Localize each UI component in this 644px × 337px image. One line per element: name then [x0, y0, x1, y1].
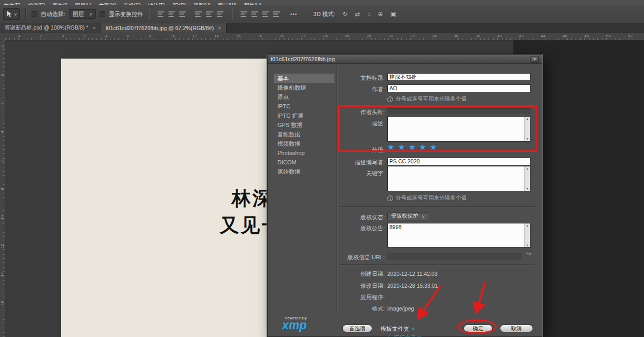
dialog-nav-item[interactable]: IPTC — [274, 102, 334, 111]
dialog-nav-item[interactable]: 摄像机数据 — [274, 83, 334, 92]
info-icon: i — [387, 96, 393, 102]
layer-target-select[interactable]: 图层 ∨ — [69, 9, 96, 19]
align-top-icon[interactable] — [195, 11, 202, 17]
ruler-number: 16 — [0, 301, 5, 306]
scrollbar[interactable]: ▲▼ — [524, 223, 530, 247]
doc-title-label: 文档标题: — [329, 75, 385, 81]
copyright-status-value: 受版权保护 — [391, 213, 418, 220]
document-tab-bar: 答谢新品标.psd @ 100%(RGB/8) *×t01c61cd207f76… — [0, 23, 644, 33]
description-field[interactable]: ▲▼ — [387, 116, 530, 142]
rating-label: 分级: — [329, 147, 385, 153]
3d-mode-icon[interactable]: ↻ — [342, 10, 347, 18]
dialog-title-bar[interactable]: t01c61cd207f7626fbb.jpg × — [268, 55, 542, 64]
author-field[interactable]: AO — [387, 85, 530, 92]
ruler-number: 18 — [258, 34, 262, 38]
distribute-icon[interactable] — [241, 11, 247, 17]
scroll-down-icon[interactable]: ▼ — [526, 244, 528, 247]
document-tab[interactable]: t01c61cd207f7626fbb.jpg @ 67.2%(RGB/8#)× — [101, 23, 227, 33]
scroll-down-icon[interactable]: ▼ — [526, 137, 528, 141]
dialog-nav-item[interactable]: 视频数据 — [274, 139, 334, 148]
align-right-icon[interactable] — [179, 11, 186, 17]
document-tab[interactable]: 答谢新品标.psd @ 100%(RGB/8) *× — [0, 23, 101, 33]
ruler-number: 48 — [584, 34, 589, 38]
ruler-number: 28 — [367, 34, 371, 38]
modified-date-value: 2020-12-28 15:33:01 — [387, 283, 438, 289]
writer-field[interactable]: PS CC 2020 — [387, 158, 530, 165]
ruler-number: 2 — [83, 34, 86, 38]
distribute-icon[interactable] — [251, 11, 258, 17]
copyright-status-label: 版权状态: — [329, 214, 385, 220]
ruler-number: 38 — [475, 34, 480, 38]
close-icon[interactable]: × — [530, 56, 539, 63]
dialog-nav-item[interactable]: 基本 — [274, 74, 334, 83]
show-transform-checkbox[interactable] — [100, 11, 105, 17]
horizontal-ruler[interactable]: 4202468101214161820222426283032343638404… — [5, 33, 644, 40]
author-title-field[interactable] — [387, 108, 530, 115]
ok-button[interactable]: 确定 — [464, 325, 493, 332]
ruler-number: 8 — [0, 187, 5, 192]
copyright-status-dropdown[interactable]: 受版权保护 ∨ — [387, 212, 428, 220]
ruler-number: 0 — [0, 73, 5, 78]
dialog-nav-item[interactable]: GPS 数据 — [274, 120, 334, 130]
distribute-icon[interactable] — [262, 11, 269, 17]
scroll-down-icon[interactable]: ▼ — [526, 187, 528, 190]
dialog-nav-item[interactable]: 音频数据 — [274, 130, 334, 139]
3d-mode-icon[interactable]: ⇄ — [355, 10, 360, 18]
align-middle-icon[interactable] — [206, 11, 213, 17]
align-left-icon[interactable] — [158, 11, 164, 17]
go-to-url-icon[interactable]: ↪ — [526, 250, 531, 258]
ruler-number: 30 — [388, 34, 393, 38]
ruler-number: 50 — [606, 34, 611, 38]
template-folder-button[interactable]: 模板文件夹 ∨ — [381, 325, 415, 333]
copyright-notice-field[interactable]: 8998 ▲▼ — [387, 223, 530, 248]
ruler-corner — [0, 33, 5, 40]
check-icon: ✓ — [386, 334, 390, 337]
ruler-number: 2 — [0, 44, 5, 49]
close-icon[interactable]: × — [218, 25, 221, 31]
template-folder-menu-item[interactable]: ✓ 模板文件夹 — [386, 334, 422, 337]
copyright-url-field[interactable] — [387, 254, 522, 260]
ruler-number: 12 — [0, 244, 5, 249]
scroll-up-icon[interactable]: ▲ — [526, 224, 528, 227]
3d-mode-icon[interactable]: ↕ — [368, 10, 371, 18]
scrollbar[interactable]: ▲▼ — [524, 117, 530, 141]
doc-title-field[interactable]: 林深不知处 — [387, 73, 530, 81]
ruler-number: 20 — [279, 34, 284, 38]
keywords-field[interactable]: ▲▼ — [387, 166, 530, 191]
more-options-button[interactable]: ••• — [290, 11, 298, 17]
scrollbar[interactable]: ▲▼ — [524, 166, 530, 191]
ruler-number: 22 — [301, 34, 306, 38]
dialog-nav-item[interactable]: IPTC 扩展 — [274, 111, 334, 120]
format-value: image/jpeg — [387, 305, 414, 312]
ruler-number: 32 — [410, 34, 415, 38]
auto-select-checkbox[interactable] — [32, 11, 37, 17]
distribute-icon[interactable] — [273, 11, 280, 17]
chevron-down-icon: ∨ — [14, 12, 17, 17]
close-icon[interactable]: × — [92, 25, 95, 31]
align-center-icon[interactable] — [169, 11, 175, 17]
3d-mode-icon[interactable]: ▣ — [390, 10, 396, 18]
ruler-number: 12 — [192, 34, 197, 38]
dialog-nav-item[interactable]: 原始数据 — [274, 167, 334, 176]
chevron-down-icon: ∨ — [89, 12, 92, 17]
dialog-nav-item[interactable]: 原点 — [274, 92, 334, 102]
3d-mode-icon[interactable]: ⊕ — [378, 10, 383, 18]
scroll-up-icon[interactable]: ▲ — [526, 167, 528, 170]
info-icon: i — [387, 195, 393, 201]
ruler-number: 26 — [345, 34, 349, 38]
chevron-down-icon: ∨ — [412, 327, 415, 331]
tab-label: t01c61cd207f7626fbb.jpg @ 67.2%(RGB/8#) — [106, 25, 214, 31]
copyright-notice-value: 8998 — [389, 224, 523, 230]
dialog-nav-item[interactable]: DICOM — [274, 158, 334, 167]
vertical-ruler[interactable]: 20246810121416 — [0, 40, 5, 337]
scroll-up-icon[interactable]: ▲ — [526, 117, 528, 120]
tool-preset-picker[interactable]: ∨ — [3, 8, 20, 20]
align-bottom-icon[interactable] — [217, 11, 223, 17]
section-divider — [340, 206, 535, 207]
dialog-nav-item[interactable]: Photoshop — [274, 148, 334, 158]
preferences-button[interactable]: 首选项 — [342, 325, 372, 332]
cancel-button[interactable]: 取消 — [500, 325, 533, 332]
ruler-number: 16 — [236, 34, 241, 38]
rating-stars[interactable]: ★★★★★ — [387, 143, 440, 151]
ruler-number: 14 — [0, 272, 5, 277]
